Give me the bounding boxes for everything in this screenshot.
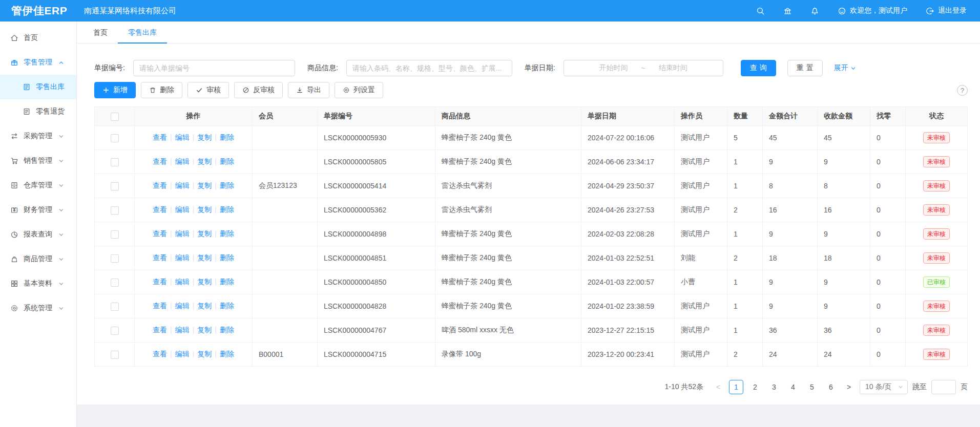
page-button-5[interactable]: 5 <box>805 380 819 394</box>
row-checkbox[interactable] <box>111 182 119 190</box>
row-checkbox[interactable] <box>111 303 119 311</box>
view-link[interactable]: 查看 <box>153 277 167 286</box>
row-checkbox[interactable] <box>111 158 119 166</box>
delete-link[interactable]: 删除 <box>220 302 234 310</box>
cell-received: 24 <box>818 343 870 367</box>
row-checkbox[interactable] <box>111 351 119 359</box>
copy-link[interactable]: 复制 <box>197 229 212 238</box>
audit-button[interactable]: 审核 <box>187 82 229 98</box>
tab-retail-outbound[interactable]: 零售出库 <box>118 22 167 44</box>
logout-button[interactable]: 退出登录 <box>926 6 967 15</box>
row-checkbox[interactable] <box>111 327 119 335</box>
edit-link[interactable]: 编辑 <box>175 229 190 238</box>
row-checkbox[interactable] <box>111 254 119 263</box>
view-link[interactable]: 查看 <box>153 229 167 238</box>
sidebar-item-purchase[interactable]: 采购管理 <box>0 124 76 148</box>
edit-link[interactable]: 编辑 <box>175 181 190 189</box>
select-all-checkbox[interactable] <box>111 113 119 121</box>
copy-link[interactable]: 复制 <box>197 350 212 358</box>
edit-link[interactable]: 编辑 <box>175 253 190 262</box>
sidebar-item-warehouse[interactable]: 仓库管理 <box>0 173 76 198</box>
bill-no-input[interactable] <box>133 60 295 76</box>
row-checkbox[interactable] <box>111 279 119 287</box>
view-link[interactable]: 查看 <box>153 133 167 141</box>
bell-icon[interactable] <box>810 7 819 15</box>
unaudit-button[interactable]: 反审核 <box>234 82 283 98</box>
page-button-1[interactable]: 1 <box>729 380 743 394</box>
edit-link[interactable]: 编辑 <box>175 205 190 214</box>
export-button[interactable]: 导出 <box>288 82 329 98</box>
tab-home[interactable]: 首页 <box>83 22 118 44</box>
delete-link[interactable]: 删除 <box>220 253 234 262</box>
delete-link[interactable]: 删除 <box>220 157 234 165</box>
edit-link[interactable]: 编辑 <box>175 302 190 310</box>
sidebar-item-home[interactable]: 首页 <box>0 26 76 50</box>
edit-link[interactable]: 编辑 <box>175 277 190 286</box>
view-link[interactable]: 查看 <box>153 326 167 334</box>
cell-status: 未审核 <box>906 246 968 270</box>
expand-link[interactable]: 展开 <box>834 63 856 73</box>
view-link[interactable]: 查看 <box>153 302 167 310</box>
copy-link[interactable]: 复制 <box>197 277 212 286</box>
view-link[interactable]: 查看 <box>153 253 167 262</box>
delete-button[interactable]: 删除 <box>141 82 182 98</box>
sidebar-item-report[interactable]: 报表查询 <box>0 222 76 247</box>
sidebar-item-base-data[interactable]: 基本资料 <box>0 271 76 296</box>
copy-link[interactable]: 复制 <box>197 157 212 165</box>
page-button-3[interactable]: 3 <box>767 380 781 394</box>
goods-info-input[interactable] <box>346 60 512 76</box>
status-badge: 未审核 <box>923 301 950 312</box>
page-size-select[interactable]: 10 条/页 <box>860 380 908 394</box>
edit-link[interactable]: 编辑 <box>175 350 190 358</box>
row-checkbox[interactable] <box>111 230 119 239</box>
copy-link[interactable]: 复制 <box>197 326 212 334</box>
cell-bill-no: LSCK00000004851 <box>318 246 435 270</box>
delete-link[interactable]: 删除 <box>220 326 234 334</box>
view-link[interactable]: 查看 <box>153 205 167 214</box>
edit-link[interactable]: 编辑 <box>175 326 190 334</box>
status-badge: 未审核 <box>923 132 950 143</box>
sidebar-item-finance[interactable]: 财务管理 <box>0 198 76 222</box>
view-link[interactable]: 查看 <box>153 181 167 189</box>
delete-link[interactable]: 删除 <box>220 229 234 238</box>
edit-link[interactable]: 编辑 <box>175 157 190 165</box>
edit-link[interactable]: 编辑 <box>175 133 190 141</box>
sidebar-item-retail-outbound[interactable]: 零售出库 <box>0 75 76 99</box>
user-welcome[interactable]: 欢迎您，测试用户 <box>838 6 907 15</box>
date-range-input[interactable]: 开始时间 ~ 结束时间 <box>564 60 723 76</box>
delete-link[interactable]: 删除 <box>220 181 234 189</box>
view-link[interactable]: 查看 <box>153 350 167 358</box>
delete-link[interactable]: 删除 <box>220 133 234 141</box>
sidebar-item-system[interactable]: 系统管理 <box>0 296 76 321</box>
copy-link[interactable]: 复制 <box>197 181 212 189</box>
delete-link[interactable]: 删除 <box>220 277 234 286</box>
reset-button[interactable]: 重置 <box>787 60 823 76</box>
sidebar-item-sales[interactable]: 销售管理 <box>0 148 76 173</box>
doc-icon <box>23 83 31 91</box>
prev-page-button[interactable]: < <box>712 380 724 394</box>
sidebar-item-retail-return[interactable]: 零售退货 <box>0 99 76 124</box>
copy-link[interactable]: 复制 <box>197 253 212 262</box>
next-page-button[interactable]: > <box>843 380 855 394</box>
page-button-4[interactable]: 4 <box>786 380 800 394</box>
add-button[interactable]: 新增 <box>94 82 136 98</box>
search-icon[interactable] <box>756 7 765 15</box>
row-checkbox[interactable] <box>111 206 119 215</box>
sidebar-item-retail[interactable]: 零售管理 <box>0 50 76 75</box>
jump-to-input[interactable] <box>931 380 956 394</box>
copy-link[interactable]: 复制 <box>197 133 212 141</box>
sidebar-item-goods[interactable]: 商品管理 <box>0 247 76 271</box>
row-checkbox[interactable] <box>111 134 119 142</box>
help-icon[interactable]: ? <box>957 85 968 96</box>
delete-link[interactable]: 删除 <box>220 205 234 214</box>
page-button-6[interactable]: 6 <box>824 380 838 394</box>
column-settings-button[interactable]: 列设置 <box>335 82 383 98</box>
bank-icon[interactable] <box>783 7 792 15</box>
delete-link[interactable]: 删除 <box>220 350 234 358</box>
view-link[interactable]: 查看 <box>153 157 167 165</box>
copy-link[interactable]: 复制 <box>197 205 212 214</box>
copy-link[interactable]: 复制 <box>197 302 212 310</box>
search-button[interactable]: 查询 <box>741 60 776 76</box>
page-button-2[interactable]: 2 <box>748 380 762 394</box>
cell-total: 36 <box>763 318 818 343</box>
